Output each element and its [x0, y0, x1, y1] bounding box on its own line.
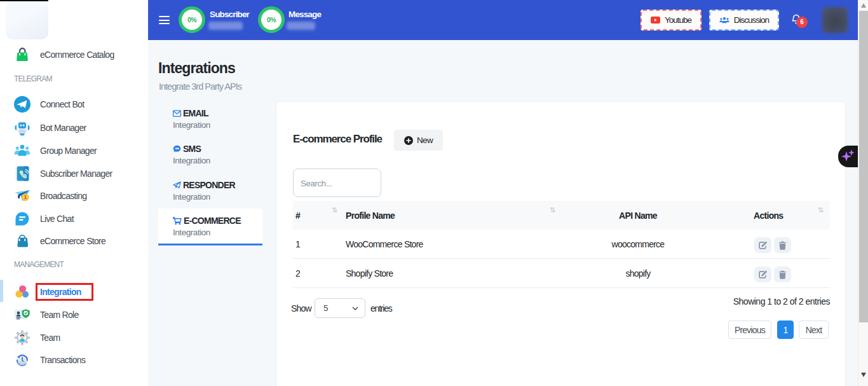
svg-text:1: 1 [24, 194, 27, 200]
